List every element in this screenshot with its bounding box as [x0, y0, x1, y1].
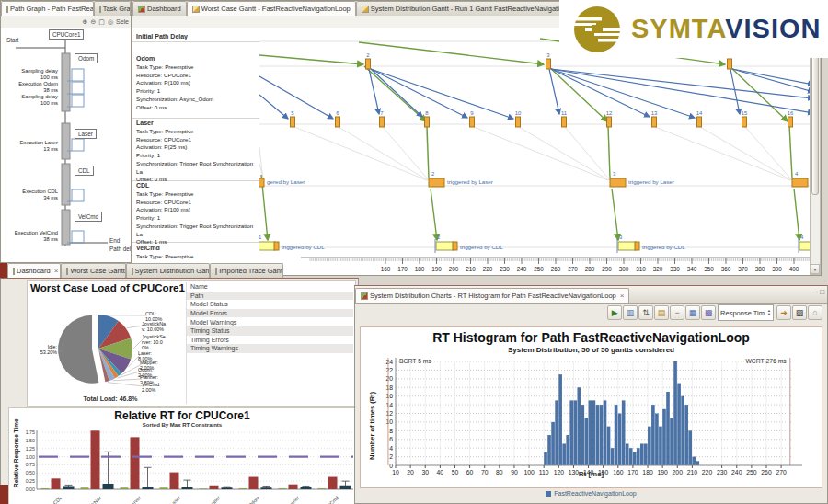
activation-marker[interactable] [516, 117, 521, 127]
end-label: End [109, 237, 120, 244]
table-row[interactable]: Timing Status [187, 326, 353, 336]
activation-marker[interactable] [607, 117, 612, 127]
tab-label: System Distribution Gantt [135, 267, 211, 275]
velcmd-execution-bar[interactable] [618, 242, 636, 250]
table-row[interactable]: Path [187, 292, 353, 301]
select-mode-label[interactable]: Sele [116, 18, 129, 25]
path-graph-icon [6, 6, 8, 13]
activation-marker[interactable] [742, 117, 747, 127]
tab-worst-case-gantt[interactable]: Worst Case Gantt - FastReactiveNavigatio… [187, 1, 356, 16]
response-type-combo[interactable]: Response Tim ▲▼ [718, 304, 774, 321]
table-row[interactable]: Name [187, 282, 353, 292]
gantt-vertical-scrollbar[interactable]: ▲ ▼ [810, 28, 821, 275]
task-node-cdl[interactable]: CDL [75, 166, 94, 176]
cdl-execution-bar[interactable] [792, 178, 808, 187]
gantt-chart-area: 2345678910111213141516gered by Laser2tri… [259, 28, 811, 275]
path-graph-tabbar: Path Graph - Path FastReactiveNav×Task G… [1, 1, 131, 17]
cdl-execution-bar[interactable] [259, 178, 264, 187]
svg-text:0.75: 0.75 [26, 462, 35, 467]
activation-marker[interactable] [366, 59, 371, 69]
table-row[interactable]: Timing Errors [187, 336, 353, 345]
columns-icon[interactable]: ▥ [623, 305, 638, 320]
tab-system-distribution-gantt-small[interactable]: System Distribution Gantt [126, 263, 211, 278]
zoom-out-icon[interactable]: ⊖ [90, 18, 96, 26]
svg-text:16: 16 [788, 110, 794, 116]
filter-icon[interactable]: ▶ [607, 305, 622, 320]
page: { "path_panel": { "tabs": [ {"label": "P… [0, 0, 828, 504]
execution-bar[interactable] [62, 123, 70, 159]
refresh-icon[interactable]: ○ [808, 305, 822, 320]
hist-bar [629, 448, 633, 465]
video-icon[interactable]: ▨ [792, 305, 807, 320]
activation-marker[interactable] [470, 117, 475, 127]
maximize-icon[interactable]: □ [820, 288, 824, 296]
tab-task-graph[interactable]: Task Grap [94, 1, 131, 16]
table-row[interactable]: Timing Warnings [187, 344, 353, 353]
task-node-odom[interactable]: Odom [75, 53, 98, 63]
relative-rt-chart-box: Relative RT for CPUCore1 Sorted By Max R… [8, 407, 356, 504]
list-icon[interactable]: ▤ [654, 305, 669, 320]
sort-icon[interactable]: ⇅ [638, 305, 653, 320]
hist-bar [622, 400, 626, 465]
tab-path-graph[interactable]: Path Graph - Path FastReactiveNav× [1, 1, 94, 16]
task-node-laser[interactable]: Laser [75, 129, 97, 139]
svg-text:6: 6 [389, 436, 393, 442]
activation-marker[interactable] [291, 117, 295, 127]
activation-marker[interactable] [336, 117, 340, 127]
svg-text:7: 7 [380, 110, 384, 116]
activation-marker[interactable] [788, 117, 793, 127]
cdl-execution-bar[interactable] [610, 178, 626, 187]
dashboard-table: NamePathModel StatusModel ErrorsModel Wa… [186, 282, 353, 404]
activation-marker[interactable] [697, 117, 702, 127]
fit-view-icon[interactable]: ▢ [98, 18, 105, 26]
table-row[interactable]: Model Warnings [187, 317, 353, 326]
svg-text:8: 8 [425, 110, 429, 116]
activation-marker[interactable] [380, 117, 385, 127]
velcmd-execution-bar[interactable] [436, 242, 454, 250]
magnifier-icon[interactable]: ◎ [108, 18, 113, 26]
cdl-execution-bar[interactable] [429, 178, 444, 187]
hist-bar [696, 461, 699, 465]
tab-gantt-dashboard[interactable]: Dashboard [132, 1, 187, 16]
tab-system-distribution-charts[interactable]: System Distribution Charts - RT Histogra… [355, 288, 629, 303]
collapse-icon[interactable]: − [670, 305, 684, 320]
activation-marker[interactable] [728, 59, 732, 69]
svg-text:3: 3 [546, 52, 550, 58]
table-row[interactable]: Model Status [187, 300, 353, 309]
hist-bar [562, 443, 566, 465]
tab-worst-case-gantt-small[interactable]: Worst Case Gantt [61, 263, 125, 278]
scroll-down-icon[interactable]: ▼ [811, 264, 820, 274]
svg-text:4: 4 [795, 171, 799, 177]
minimize-icon[interactable]: ─ [811, 288, 817, 296]
tab-dashboard[interactable]: Dashboard× [7, 263, 61, 278]
svg-text:230: 230 [500, 266, 510, 272]
activation-marker[interactable] [562, 117, 567, 127]
velcmd-execution-bar[interactable] [259, 242, 275, 250]
export-icon[interactable]: ➜ [776, 305, 791, 320]
legend-swatch-icon [546, 491, 551, 497]
task-node-velcmd[interactable]: VelCmd [75, 212, 102, 222]
execution-bar[interactable] [62, 210, 70, 245]
svg-text:0.00: 0.00 [26, 487, 35, 492]
gantt-scroll-thumb[interactable] [811, 41, 819, 195]
svg-text:0.25: 0.25 [26, 478, 35, 484]
svg-text:2: 2 [437, 235, 441, 240]
hist-legend-label: FastReactiveNavigationLoop [554, 490, 637, 497]
activation-marker[interactable] [546, 59, 551, 69]
execution-bar[interactable] [62, 164, 70, 205]
svg-text:4: 4 [389, 445, 393, 452]
table-icon[interactable]: ▦ [685, 305, 700, 320]
annotation-label: Execution CDL 34 ms [3, 189, 58, 201]
hist-bar [558, 374, 562, 465]
activation-marker[interactable] [425, 117, 430, 127]
close-icon[interactable]: × [620, 292, 625, 300]
activation-marker[interactable] [652, 117, 657, 127]
copy-icon[interactable]: ▩ [701, 305, 716, 320]
svg-text:triggered by CDL: triggered by CDL [642, 244, 685, 250]
zoom-in-icon[interactable]: ⊕ [83, 18, 88, 26]
close-icon[interactable]: × [54, 267, 59, 275]
combo-spinner-icon[interactable]: ▲▼ [767, 309, 771, 316]
execution-bar[interactable] [62, 53, 70, 111]
tab-imported-trace-gantt[interactable]: Imported Trace Gantt [210, 263, 283, 278]
table-row[interactable]: Model Errors [187, 309, 353, 318]
